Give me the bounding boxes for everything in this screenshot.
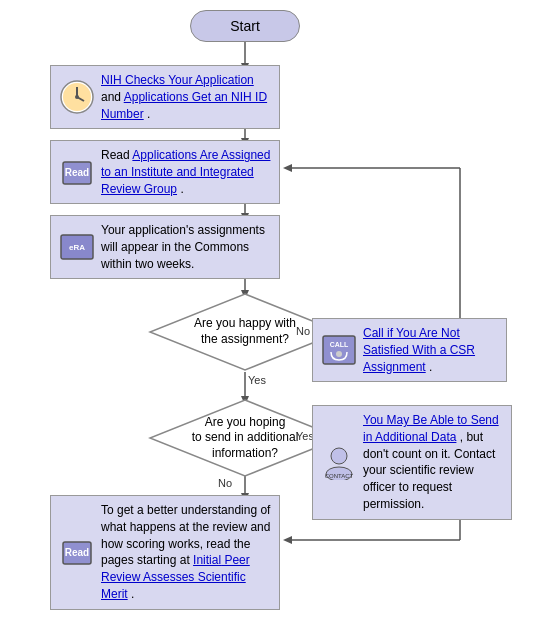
- nih-checks-link[interactable]: NIH Checks Your Application: [101, 73, 254, 87]
- nih-id-link[interactable]: Applications Get an NIH ID Number: [101, 90, 267, 121]
- svg-marker-22: [283, 536, 292, 544]
- call-icon: CALL: [321, 332, 357, 368]
- start-label: Start: [230, 18, 260, 34]
- svg-text:Read: Read: [65, 167, 89, 178]
- era-icon: eRA: [59, 229, 95, 265]
- diamond2-no-label: No: [218, 477, 232, 489]
- flowchart: Start NIH Checks Your Application and Ap…: [0, 0, 535, 620]
- contact-icon: CONTACT: [321, 444, 357, 480]
- svg-text:CONTACT: CONTACT: [325, 473, 354, 479]
- box-era-commons: eRA Your application's assignments will …: [50, 215, 280, 279]
- initial-label: Initial: [193, 553, 221, 567]
- start-node: Start: [190, 10, 300, 42]
- box-additional-data: CONTACT You May Be Able to Send in Addit…: [312, 405, 512, 520]
- box-read-assigned: Read Read Applications Are Assigned to a…: [50, 140, 280, 204]
- clock-icon: [59, 79, 95, 115]
- svg-text:Read: Read: [65, 547, 89, 558]
- box-understanding: Read To get a better understanding of wh…: [50, 495, 280, 610]
- call-link[interactable]: Call if You Are Not Satisfied With a CSR…: [363, 326, 475, 374]
- svg-marker-19: [283, 164, 292, 172]
- box-call: CALL Call if You Are Not Satisfied With …: [312, 318, 507, 382]
- box-nih-checks: NIH Checks Your Application and Applicat…: [50, 65, 280, 129]
- diamond1-yes-label: Yes: [248, 374, 266, 386]
- diamond1-no-label: No: [296, 325, 310, 337]
- box1-text: NIH Checks Your Application and Applicat…: [101, 72, 271, 122]
- read-icon-2: Read: [59, 534, 95, 570]
- box2-text: Read Applications Are Assigned to an Ins…: [101, 147, 271, 197]
- box5-text: You May Be Able to Send in Additional Da…: [363, 412, 503, 513]
- svg-point-35: [336, 351, 342, 357]
- box3-text: Your application's assignments will appe…: [101, 222, 271, 272]
- svg-text:eRA: eRA: [69, 243, 85, 252]
- svg-point-27: [75, 95, 79, 99]
- diamond2-label: Are you hopingto send in additionalinfor…: [192, 415, 299, 462]
- read-icon-1: Read: [59, 154, 95, 190]
- svg-point-37: [331, 448, 347, 464]
- diamond1-label: Are you happy withthe assignment?: [194, 316, 296, 347]
- box4-text: Call if You Are Not Satisfied With a CSR…: [363, 325, 498, 375]
- svg-text:CALL: CALL: [330, 341, 349, 348]
- box6-text: To get a better understanding of what ha…: [101, 502, 271, 603]
